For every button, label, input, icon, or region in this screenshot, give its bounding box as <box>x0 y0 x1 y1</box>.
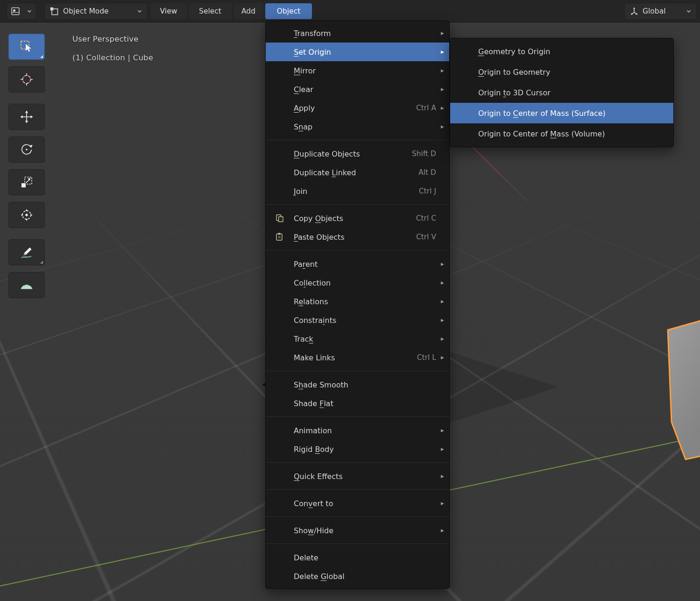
menu-item-apply[interactable]: ApplyCtrl A▶ <box>266 99 449 117</box>
submenu-arrow-icon: ▶ <box>441 87 444 92</box>
menu-select[interactable]: Select <box>189 3 232 19</box>
menu-item-label: Make Links <box>294 353 411 362</box>
menu-item-label: Apply <box>294 104 410 113</box>
submenu-arrow-icon: ▶ <box>441 31 444 36</box>
menu-item-origin-to-3d-cursor[interactable]: Origin to 3D Cursor <box>450 82 673 103</box>
menu-item-label: Set Origin <box>294 48 436 57</box>
menu-item-relations[interactable]: Relations▶ <box>266 292 449 311</box>
menu-item-label: Parent <box>294 260 436 269</box>
menu-item-join[interactable]: JoinCtrl J <box>266 182 449 200</box>
menu-item-rigid-body[interactable]: Rigid Body▶ <box>266 440 449 458</box>
menu-item-label: Show/Hide <box>294 526 436 535</box>
menu-item-shortcut: Alt D <box>418 168 436 177</box>
menu-item-geometry-to-origin[interactable]: Geometry to Origin <box>450 41 673 62</box>
menu-select-label: Select <box>199 7 221 15</box>
tool-move[interactable] <box>8 104 45 130</box>
editor-3d-viewport-icon <box>11 7 20 16</box>
menu-separator <box>266 200 449 209</box>
measure-icon <box>20 278 34 292</box>
orientation-selector[interactable]: Global <box>624 3 697 20</box>
menu-item-quick-effects[interactable]: Quick Effects▶ <box>266 467 449 486</box>
tool-scale[interactable] <box>8 169 45 195</box>
menu-item-convert-to[interactable]: Convert to▶ <box>266 494 449 513</box>
tool-select-box[interactable] <box>8 34 45 60</box>
move-icon <box>20 110 34 124</box>
menu-item-shortcut: Ctrl V <box>416 233 436 241</box>
menu-separator <box>266 486 449 494</box>
object-mode-icon <box>49 7 59 16</box>
menu-item-label: Rigid Body <box>294 445 436 454</box>
mode-selector-label: Object Mode <box>63 7 133 15</box>
menu-item-shortcut: Ctrl C <box>416 214 436 222</box>
menu-item-shortcut: Ctrl J <box>419 187 436 195</box>
menu-separator <box>266 246 449 255</box>
menu-add-label: Add <box>241 7 255 15</box>
menu-item-animation[interactable]: Animation▶ <box>266 421 449 440</box>
scale-icon <box>20 175 34 189</box>
menu-item-shortcut: Ctrl L <box>417 353 436 362</box>
tool-annotate[interactable] <box>8 239 45 265</box>
menu-item-delete[interactable]: Delete <box>266 548 449 567</box>
menu-separator <box>266 513 449 521</box>
menu-item-paste-objects[interactable]: Paste ObjectsCtrl V <box>266 228 449 246</box>
menu-item-label: Shade Flat <box>294 399 436 408</box>
menu-item-label: Paste Objects <box>294 233 410 242</box>
menu-separator <box>266 367 449 375</box>
menu-separator <box>266 413 449 421</box>
menu-item-track[interactable]: Track▶ <box>266 329 449 348</box>
menu-separator <box>266 136 449 144</box>
menu-item-collection[interactable]: Collection▶ <box>266 273 449 292</box>
tool-list <box>8 34 45 298</box>
tool-cursor[interactable] <box>8 66 45 93</box>
menu-item-origin-to-center-of-mass-volume[interactable]: Origin to Center of Mass (Volume) <box>450 123 673 144</box>
menu-item-shortcut: Ctrl A <box>416 104 436 112</box>
menu-item-copy-objects[interactable]: Copy ObjectsCtrl C <box>266 209 449 228</box>
tool-options-corner-icon <box>40 261 43 264</box>
menu-item-origin-to-geometry[interactable]: Origin to Geometry <box>450 62 673 82</box>
submenu-arrow-icon: ▶ <box>441 68 444 73</box>
menu-item-duplicate-objects[interactable]: Duplicate ObjectsShift D <box>266 144 449 163</box>
menu-item-origin-to-center-of-mass-surface[interactable]: Origin to Center of Mass (Surface) <box>450 103 673 123</box>
menu-item-shade-smooth[interactable]: Shade Smooth <box>266 375 449 394</box>
submenu-arrow-icon: ▶ <box>441 428 444 433</box>
cube-object[interactable] <box>668 320 700 459</box>
menu-item-label: Duplicate Objects <box>294 150 406 158</box>
mode-selector[interactable]: Object Mode <box>44 3 148 20</box>
menu-item-clear[interactable]: Clear▶ <box>266 80 449 99</box>
menu-view[interactable]: View <box>150 3 187 19</box>
menu-item-label: Origin to 3D Cursor <box>478 88 660 97</box>
submenu-arrow-icon: ▶ <box>441 318 444 322</box>
menu-item-delete-global[interactable]: Delete Global <box>266 567 449 586</box>
view-perspective-label: User Perspective <box>72 35 139 43</box>
menu-item-label: Convert to <box>294 499 436 508</box>
menu-item-transform[interactable]: Transform▶ <box>266 24 449 43</box>
menu-item-make-links[interactable]: Make LinksCtrl L▶ <box>266 348 449 367</box>
menu-item-duplicate-linked[interactable]: Duplicate LinkedAlt D <box>266 163 449 182</box>
menu-item-label: Mirror <box>294 66 436 75</box>
menu-item-parent[interactable]: Parent▶ <box>266 255 449 273</box>
submenu-arrow-icon: ▶ <box>441 299 444 304</box>
tool-transform[interactable] <box>8 202 45 228</box>
menu-object[interactable]: Object <box>265 3 312 19</box>
menu-item-label: Relations <box>294 297 436 306</box>
menu-item-set-origin[interactable]: Set Origin▶ <box>266 43 449 61</box>
menu-item-show-hide[interactable]: Show/Hide▶ <box>266 521 449 540</box>
tool-rotate[interactable] <box>8 136 45 163</box>
menu-separator <box>266 458 449 467</box>
menu-item-label: Delete Global <box>294 572 436 581</box>
annotate-icon <box>20 245 34 259</box>
submenu-arrow-icon: ▶ <box>441 447 444 451</box>
menu-item-shade-flat[interactable]: Shade Flat <box>266 394 449 413</box>
menu-item-constraints[interactable]: Constraints▶ <box>266 311 449 329</box>
menu-item-label: Collection <box>294 279 436 287</box>
tool-options-corner-icon <box>40 55 43 58</box>
orientation-global-icon <box>629 7 639 16</box>
object-menu: Transform▶Set Origin▶Mirror▶Clear▶ApplyC… <box>265 21 450 589</box>
menu-item-mirror[interactable]: Mirror▶ <box>266 61 449 80</box>
menu-item-label: Clear <box>294 85 436 94</box>
menu-add[interactable]: Add <box>233 3 263 19</box>
menu-item-snap[interactable]: Snap▶ <box>266 117 449 136</box>
topbar: Object Mode View Select Add Object Globa… <box>0 0 700 22</box>
editor-type-button[interactable] <box>7 3 36 20</box>
tool-measure[interactable] <box>8 272 45 298</box>
